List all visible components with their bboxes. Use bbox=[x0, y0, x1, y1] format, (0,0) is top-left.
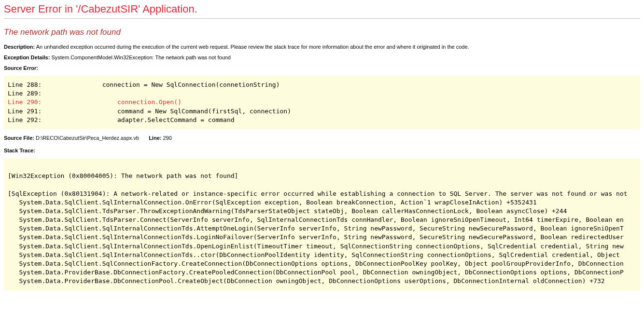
exception-details-line: Exception Details: System.ComponentModel… bbox=[4, 54, 640, 60]
description-label: Description: bbox=[4, 44, 35, 50]
source-line-291: Line 291: command = New SqlCommand(first… bbox=[8, 108, 291, 115]
line-label: Line: bbox=[149, 135, 161, 141]
source-line-288: Line 288: connection = New SqlConnection… bbox=[8, 81, 280, 88]
source-error-label-line: Source Error: bbox=[4, 65, 640, 71]
stack-trace-label: Stack Trace: bbox=[4, 148, 35, 153]
source-file-label: Source File: bbox=[4, 135, 34, 141]
source-file-line: Source File: D:\RECO\CabezutSir\Peca_Her… bbox=[4, 135, 640, 141]
exception-details-label: Exception Details: bbox=[4, 54, 50, 60]
description-text: An unhandled exception occurred during t… bbox=[36, 44, 469, 50]
source-line-292: Line 292: adapter.SelectCommand = comman… bbox=[8, 116, 235, 123]
stack-trace-block: [Win32Exception (0x80004005): The networ… bbox=[4, 158, 640, 291]
description-line: Description: An unhandled exception occu… bbox=[4, 44, 640, 50]
source-code: Line 288: connection = New SqlConnection… bbox=[8, 81, 636, 124]
line-number: 290 bbox=[163, 135, 171, 141]
page-title: Server Error in '/CabezutSIR' Applicatio… bbox=[4, 3, 640, 19]
source-error-block: Line 288: connection = New SqlConnection… bbox=[4, 76, 640, 129]
source-file-path: D:\RECO\CabezutSir\Peca_Herdez.aspx.vb bbox=[36, 135, 139, 141]
exception-details-text: System.ComponentModel.Win32Exception: Th… bbox=[51, 54, 231, 60]
source-line-289: Line 289: bbox=[8, 90, 42, 97]
source-error-label: Source Error: bbox=[4, 65, 38, 71]
stack-trace-text: [Win32Exception (0x80004005): The networ… bbox=[8, 163, 636, 286]
error-subtitle: The network path was not found bbox=[4, 27, 640, 37]
stack-trace-label-line: Stack Trace: bbox=[4, 148, 640, 153]
source-line-290: Line 290: connection.Open() bbox=[8, 98, 182, 106]
